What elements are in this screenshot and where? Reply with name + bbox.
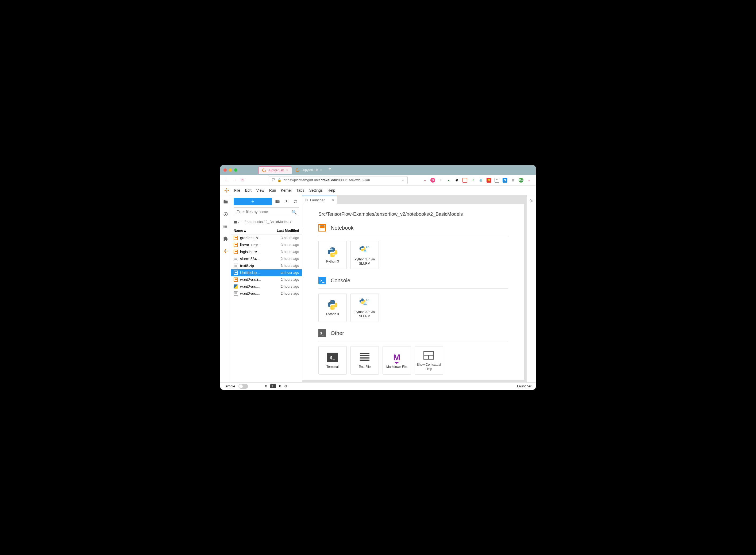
shield-icon: ⛉ (272, 178, 275, 182)
menu-view[interactable]: View (256, 188, 264, 193)
launcher-card-python37[interactable]: 3.7Python 3.7 via SLURM (351, 241, 379, 269)
svg-text:3.7: 3.7 (366, 246, 369, 249)
launcher-card-python37[interactable]: 3.7Python 3.7 via SLURM (351, 294, 379, 322)
svg-rect-11 (365, 251, 365, 252)
close-window-button[interactable] (223, 168, 227, 172)
card-label: Text File (359, 365, 371, 369)
browser-titlebar: JupyterLab × JupyterHub × + (220, 165, 536, 175)
file-modified: 3 hours ago (281, 250, 299, 254)
simple-mode-toggle[interactable] (238, 384, 248, 389)
launcher-card-text[interactable]: Text File (351, 346, 379, 375)
ext-grid-icon[interactable]: ▦ (510, 178, 516, 183)
ext-s-icon[interactable]: S (502, 178, 507, 183)
close-tab-icon[interactable]: × (320, 168, 322, 172)
breadcrumb[interactable]: / ⋯ / notebooks / 2_BasicModels / (231, 218, 302, 227)
window-controls (223, 168, 237, 172)
launcher-tab[interactable]: Launcher × (302, 196, 337, 204)
file-modified: 2 hours ago (281, 285, 299, 289)
menu-help[interactable]: Help (327, 188, 335, 193)
close-tab-button[interactable]: × (332, 198, 334, 202)
toc-tab[interactable] (223, 223, 229, 229)
minimize-window-button[interactable] (229, 168, 232, 172)
console-section-icon: >_ (318, 277, 326, 284)
browser-tab-jupyterlab[interactable]: JupyterLab × (258, 166, 292, 174)
browser-tab-jupyterhub[interactable]: JupyterHub × (292, 166, 325, 174)
svg-rect-18 (364, 304, 365, 305)
svg-point-3 (223, 226, 224, 227)
svg-rect-8 (365, 252, 366, 252)
card-label: Python 3.7 via SLURM (352, 257, 377, 266)
launcher-card-terminal[interactable]: $_Terminal (318, 346, 347, 375)
svg-rect-1 (225, 214, 226, 215)
svg-rect-21 (364, 304, 364, 304)
notebook-file-icon (234, 270, 238, 275)
running-sessions-tab[interactable] (223, 211, 229, 217)
file-row[interactable]: word2vec....2 hours ago (231, 290, 302, 297)
forward-button[interactable]: → (232, 177, 237, 183)
new-launcher-button[interactable]: + (234, 198, 272, 205)
maximize-window-button[interactable] (234, 168, 237, 172)
ext-gnome-icon[interactable]: ◉ (454, 178, 459, 183)
settings-gear-icon[interactable] (529, 198, 534, 382)
launcher-card-ctx[interactable]: Show Contextual Help (415, 346, 443, 375)
file-modified: an hour ago (281, 270, 299, 274)
close-tab-icon[interactable]: × (286, 168, 288, 172)
ext-box-icon[interactable] (462, 178, 467, 183)
sort-by-modified[interactable]: Last Modified (277, 228, 299, 232)
file-row[interactable]: Untitled.ip...an hour ago (231, 269, 302, 276)
launcher-card-markdown[interactable]: MMarkdown File (383, 346, 411, 375)
file-row[interactable]: text8.zip3 hours ago (231, 262, 302, 269)
ext-at-icon[interactable]: @ (479, 178, 483, 183)
filter-files-input[interactable] (234, 208, 299, 216)
extensions-tab[interactable] (223, 236, 229, 242)
menu-run[interactable]: Run (269, 188, 276, 193)
new-folder-button[interactable] (275, 199, 281, 204)
menu-kernel[interactable]: Kernel (281, 188, 292, 193)
launcher-card-python[interactable]: Python 3 (318, 294, 347, 322)
terminal-count: 0 (279, 384, 281, 388)
ext-n-icon[interactable]: Π (487, 178, 491, 183)
python-icon (327, 299, 339, 311)
ext-i-icon[interactable]: I (495, 178, 499, 183)
file-modified: 3 hours ago (281, 243, 299, 247)
file-modified: 3 hours ago (281, 264, 299, 268)
back-button[interactable]: ← (225, 177, 229, 183)
file-row[interactable]: linear_regr...3 hours ago (231, 242, 302, 248)
file-browser-tab[interactable] (223, 199, 229, 205)
launcher-card-python[interactable]: Python 3 (318, 241, 347, 269)
refresh-button[interactable] (293, 200, 299, 204)
terminal-badge-icon[interactable]: $_ (270, 384, 276, 388)
file-row[interactable]: logistic_re...3 hours ago (231, 248, 302, 255)
browser-tab-label: JupyterLab (268, 168, 284, 172)
file-row[interactable]: word2vec....2 hours ago (231, 283, 302, 290)
ext-shield-icon[interactable]: ▲ (446, 178, 451, 183)
hub-tab[interactable] (223, 248, 229, 254)
menu-settings[interactable]: Settings (309, 188, 323, 193)
ext-evernote-icon[interactable]: ✦ (471, 178, 475, 183)
menu-edit[interactable]: Edit (245, 188, 252, 193)
url-bar[interactable]: ⛉ 🔒 https://picottemgmt.urcf.drexel.edu:… (269, 176, 408, 184)
svg-rect-7 (364, 252, 365, 252)
new-tab-button[interactable]: + (326, 166, 333, 174)
jupyter-menubar: File Edit View Run Kernel Tabs Settings … (220, 185, 536, 195)
lsp-status-icon[interactable]: ⚙ (284, 384, 287, 388)
hamburger-menu-icon[interactable]: ≡ (527, 178, 531, 183)
status-bar: Simple 0 $_ 0 ⚙ Launcher (220, 382, 536, 390)
ext-b-icon[interactable]: B+ (519, 178, 524, 183)
pocket-icon[interactable]: ⌄ (423, 178, 427, 183)
terminal-icon: $_ (327, 351, 339, 363)
file-row[interactable]: gradient_b...3 hours ago (231, 234, 302, 242)
file-row[interactable]: word2vec.i...2 hours ago (231, 276, 302, 283)
ext-d-icon[interactable]: D (431, 178, 435, 183)
bookmark-star-icon[interactable]: ☆ (402, 178, 405, 182)
menu-file[interactable]: File (234, 188, 240, 193)
status-mode: Launcher (517, 384, 531, 388)
reload-button[interactable]: ⟳ (240, 177, 244, 183)
svg-point-28 (531, 201, 533, 202)
file-row[interactable]: slurm-534...2 hours ago (231, 255, 302, 262)
ext-bars-icon[interactable]: ⦀ (438, 178, 443, 183)
upload-button[interactable] (284, 200, 290, 204)
launcher-section-notebook: Notebook Python 33.7Python 3.7 via SLURM (318, 224, 508, 269)
menu-tabs[interactable]: Tabs (297, 188, 305, 193)
sort-by-name[interactable]: Name ▴ (234, 228, 277, 232)
